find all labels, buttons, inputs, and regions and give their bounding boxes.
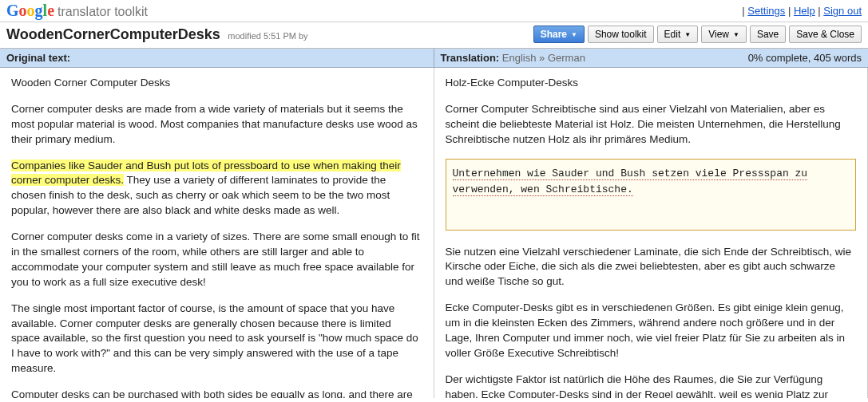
original-content[interactable]: Wooden Corner Computer Desks Corner comp… [0,68,434,398]
translation-label: Translation: [441,52,500,64]
translation-edit-box[interactable]: Unternehmen wie Sauder und Bush setzen v… [446,159,857,231]
share-button[interactable]: Share [533,26,585,43]
left-title: Wooden Corner Computer Desks [11,76,422,91]
right-p3: Ecke Computer-Desks gibt es in verschied… [446,301,857,361]
translation-langs: English » German [502,52,585,64]
left-p3: Corner computer desks come in a variety … [11,230,422,290]
right-p1: Corner Computer Schreibtische sind aus e… [446,102,857,148]
logo: Google translator toolkit [6,2,148,20]
doc-modified: modified 5:51 PM by [228,31,307,41]
signout-link[interactable]: Sign out [823,5,862,17]
translation-content[interactable]: Holz-Ecke Computer-Desks Corner Computer… [434,68,868,398]
original-text-label: Original text: [0,49,434,67]
save-button[interactable]: Save [750,26,786,43]
show-toolkit-button[interactable]: Show toolkit [588,26,654,43]
settings-link[interactable]: Settings [747,5,785,17]
right-pane: Holz-Ecke Computer-Desks Corner Computer… [434,68,869,398]
left-pane: Wooden Corner Computer Desks Corner comp… [0,68,434,398]
right-p2: Sie nutzen eine Vielzahl verschiedener L… [446,245,857,290]
view-menu[interactable]: View [701,26,747,43]
logo-subtitle: translator toolkit [57,5,148,19]
save-close-button[interactable]: Save & Close [789,26,862,43]
help-link[interactable]: Help [794,5,815,17]
left-p5: Computer desks can be purchased with bot… [11,388,422,398]
left-p4: The single most important factor of cour… [11,302,422,376]
google-logo: Google [6,2,54,20]
edit-menu[interactable]: Edit [657,26,699,43]
pane-header: Original text: Translation: English » Ge… [0,49,868,68]
right-p4: Der wichtigste Faktor ist natürlich die … [446,372,857,398]
translation-header: Translation: English » German 0% complet… [434,49,869,67]
top-links: | Settings | Help | Sign out [742,5,862,17]
header-sub: WoodenCornerComputerDesks modified 5:51 … [0,22,868,49]
doc-info: WoodenCornerComputerDesks modified 5:51 … [6,26,308,43]
header-top: Google translator toolkit | Settings | H… [0,0,868,22]
panes: Wooden Corner Computer Desks Corner comp… [0,68,868,398]
left-p1: Corner computer desks are made from a wi… [11,102,422,148]
translation-status: 0% complete, 405 words [748,52,862,64]
left-p2: Companies like Sauder and Bush put lots … [11,159,422,219]
right-title: Holz-Ecke Computer-Desks [446,76,857,91]
edit-text: Unternehmen wie Sauder und Bush setzen v… [453,168,808,197]
doc-title: WoodenCornerComputerDesks [6,26,220,42]
toolbar: Share Show toolkit Edit View Save Save &… [533,26,862,43]
